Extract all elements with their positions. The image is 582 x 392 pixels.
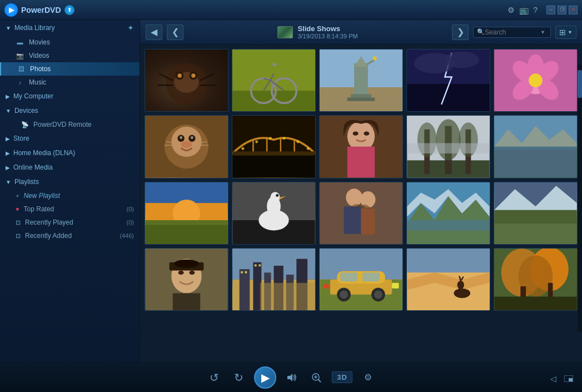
next-button[interactable]: ❯ xyxy=(452,24,469,40)
close-button[interactable]: ✕ xyxy=(569,6,578,14)
update-icon[interactable]: ⬆ xyxy=(64,5,74,15)
svg-rect-11 xyxy=(232,91,315,111)
svg-point-113 xyxy=(178,270,184,274)
sidebar-item-top-rated[interactable]: ♥ Top Rated (0) xyxy=(0,202,140,216)
view-grid-icon: ⊞ xyxy=(559,28,566,37)
photo-cell[interactable] xyxy=(232,248,316,311)
label-3d[interactable]: 3D xyxy=(332,371,352,383)
restore-button[interactable]: ❐ xyxy=(558,6,566,14)
toolbar: ◀ ❮ Slide Shows 3/19/2013 8:14:39 PM ❯ 🔍… xyxy=(140,20,582,44)
prev-button[interactable]: ❮ xyxy=(167,24,183,40)
mini-player-button[interactable] xyxy=(562,372,575,385)
forward-button[interactable]: ↻ xyxy=(230,369,247,386)
photo-cell[interactable] xyxy=(319,182,403,245)
sidebar-item-new-playlist[interactable]: + New Playlist xyxy=(0,189,140,202)
photo-cell[interactable] xyxy=(406,248,490,311)
sidebar-item-recently-added[interactable]: ⊡ Recently Added (446) xyxy=(0,229,140,242)
svg-rect-77 xyxy=(407,143,489,154)
svg-point-30 xyxy=(445,52,479,68)
svg-rect-127 xyxy=(255,264,257,266)
sidebar-item-videos[interactable]: 📷 Videos xyxy=(0,49,140,62)
photo-cell[interactable] xyxy=(319,115,403,178)
sidebar-item-photos[interactable]: 🖼 Photos xyxy=(0,62,140,76)
photo-cell[interactable] xyxy=(494,115,578,178)
back-button[interactable]: ◀ xyxy=(146,24,162,40)
help-button[interactable]: ? xyxy=(533,6,538,14)
home-media-arrow: ▶ xyxy=(6,150,10,156)
play-button[interactable]: ▶ xyxy=(254,366,276,389)
svg-rect-52 xyxy=(232,153,315,177)
svg-point-146 xyxy=(457,281,464,289)
new-playlist-icon: + xyxy=(16,192,19,199)
photo-cell[interactable] xyxy=(232,182,316,245)
volume-button[interactable] xyxy=(283,369,301,386)
titlebar: ▶ PowerDVD ⬆ ⚙ 📺 ? ─ ❐ ✕ xyxy=(0,0,582,20)
photo-cell[interactable] xyxy=(406,49,490,112)
svg-rect-124 xyxy=(260,283,315,310)
svg-rect-140 xyxy=(324,284,329,288)
photo-cell[interactable] xyxy=(145,248,228,311)
photos-label: Photos xyxy=(30,65,51,73)
zoom-button[interactable] xyxy=(307,369,325,386)
svg-rect-139 xyxy=(392,283,399,289)
photo-cell[interactable] xyxy=(319,248,403,311)
svg-rect-126 xyxy=(245,271,247,274)
photo-cell[interactable] xyxy=(232,115,316,178)
videos-icon: 📷 xyxy=(16,52,24,59)
sidebar-section-home-media[interactable]: ▶ Home Media (DLNA) xyxy=(0,146,140,160)
settings-button-bottom[interactable]: ⚙ xyxy=(359,369,377,386)
tv-button[interactable]: 📺 xyxy=(519,6,529,14)
photo-cell[interactable] xyxy=(406,115,490,178)
sidebar-section-devices[interactable]: ▼ Devices xyxy=(0,103,140,118)
photo-cell[interactable] xyxy=(406,182,490,245)
svg-point-59 xyxy=(255,141,258,143)
photo-cell[interactable] xyxy=(494,182,578,245)
expand-left-button[interactable]: ◁ xyxy=(546,372,560,385)
svg-point-68 xyxy=(364,132,369,136)
music-icon: ♪ xyxy=(16,79,24,86)
photo-cell[interactable] xyxy=(145,115,228,178)
main-layout: ▼ Media Library ✦ ▬ Movies 📷 Videos 🖼 Ph… xyxy=(0,20,582,362)
photo-cell[interactable] xyxy=(232,49,316,112)
sidebar-item-powerdvd-remote[interactable]: 📡 PowerDVD Remote xyxy=(0,118,140,131)
content-area: ◀ ❮ Slide Shows 3/19/2013 8:14:39 PM ❯ 🔍… xyxy=(140,20,582,362)
sidebar-section-store[interactable]: ▶ Store xyxy=(0,131,140,146)
photo-cell[interactable] xyxy=(319,49,403,112)
sidebar-section-media-library[interactable]: ▼ Media Library ✦ xyxy=(0,20,140,36)
slideshow-title: Slide Shows xyxy=(297,24,357,33)
sidebar-item-recently-played[interactable]: ⊡ Recently Played (0) xyxy=(0,216,140,229)
svg-rect-134 xyxy=(362,272,380,281)
svg-marker-156 xyxy=(287,374,292,381)
settings-button[interactable]: ⚙ xyxy=(508,6,515,14)
svg-point-92 xyxy=(270,192,280,203)
rewind-button[interactable]: ↺ xyxy=(205,369,223,386)
search-dropdown-icon[interactable]: ▼ xyxy=(540,29,545,35)
photo-cell[interactable] xyxy=(145,49,228,112)
view-toggle-button[interactable]: ⊞ ▼ xyxy=(555,26,576,39)
recently-added-count: (446) xyxy=(120,232,134,239)
sidebar-section-playlists[interactable]: ▼ Playlists xyxy=(0,175,140,189)
svg-rect-128 xyxy=(258,264,261,266)
window-controls: ─ ❐ ✕ xyxy=(546,6,578,14)
svg-rect-133 xyxy=(340,272,357,281)
recently-played-count: (0) xyxy=(127,219,134,226)
sidebar-section-my-computer[interactable]: ▶ My Computer xyxy=(0,89,140,103)
sidebar-item-music[interactable]: ♪ Music xyxy=(0,76,140,89)
photo-cell[interactable] xyxy=(145,182,228,245)
photo-cell[interactable] xyxy=(494,248,578,311)
search-icon: 🔍 xyxy=(477,28,485,36)
svg-point-61 xyxy=(283,137,286,140)
photo-cell[interactable] xyxy=(494,49,578,112)
search-input[interactable] xyxy=(485,28,540,36)
svg-rect-125 xyxy=(241,271,243,274)
sidebar-item-movies[interactable]: ▬ Movies xyxy=(0,36,140,49)
svg-rect-115 xyxy=(173,293,200,310)
media-library-label: Media Library xyxy=(14,24,55,32)
svg-rect-26 xyxy=(347,98,375,101)
sidebar-section-online-media[interactable]: ▶ Online Media xyxy=(0,160,140,175)
search-box: 🔍 ▼ xyxy=(473,27,551,38)
svg-point-96 xyxy=(346,188,362,206)
scrollbar-thumb[interactable] xyxy=(578,70,582,98)
scrollbar-track[interactable] xyxy=(578,64,582,332)
minimize-button[interactable]: ─ xyxy=(546,6,555,14)
